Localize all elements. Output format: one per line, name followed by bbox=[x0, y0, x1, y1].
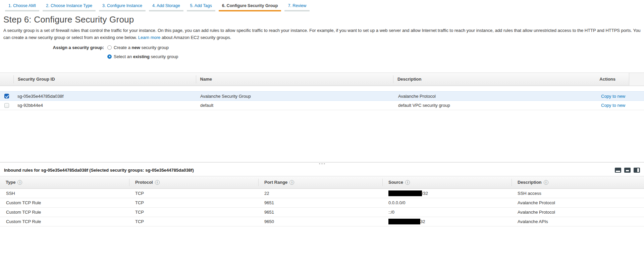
tab-choose-ami[interactable]: 1. Choose AMI bbox=[5, 3, 39, 11]
rule-description: SSH access bbox=[512, 191, 644, 196]
tab-add-storage[interactable]: 4. Add Storage bbox=[149, 3, 183, 11]
rule-port-range: 22 bbox=[258, 191, 382, 196]
tab-configure-security-group[interactable]: 6. Configure Security Group bbox=[219, 3, 281, 11]
rule-protocol: TCP bbox=[129, 219, 258, 224]
column-header-port-range[interactable]: Port Rangei bbox=[258, 179, 382, 186]
column-header-source[interactable]: Sourcei bbox=[382, 179, 512, 186]
inbound-rule-row-custom-tcp-3: Custom TCP Rule TCP 9650 32 Avalanche AP… bbox=[0, 217, 644, 226]
rule-type: Custom TCP Rule bbox=[0, 219, 129, 224]
inbound-rule-row-ssh: SSH TCP 22 /32 SSH access bbox=[0, 189, 644, 198]
rule-description: Avalanche Protocol bbox=[512, 200, 644, 205]
rule-type: Custom TCP Rule bbox=[0, 210, 129, 215]
page-title: Step 6: Configure Security Group bbox=[3, 14, 641, 25]
layout-bottom-pane-icon[interactable] bbox=[615, 168, 621, 173]
info-icon[interactable]: i bbox=[544, 180, 548, 185]
info-icon[interactable]: i bbox=[289, 180, 294, 185]
inbound-rules-table-header: Typei Protocoli Port Rangei Sourcei Desc… bbox=[0, 176, 644, 189]
learn-more-link[interactable]: Learn more bbox=[138, 35, 160, 40]
sg-description: default VPC security group bbox=[394, 103, 597, 108]
rule-source: ::/0 bbox=[382, 210, 512, 215]
inbound-rule-row-custom-tcp-1: Custom TCP Rule TCP 9651 0.0.0.0/0 Avala… bbox=[0, 198, 644, 208]
wizard-tab-bar: 1. Choose AMI 2. Choose Instance Type 3.… bbox=[0, 0, 644, 11]
assign-security-group-section: Assign a security group: Create a new se… bbox=[49, 44, 641, 62]
redacted-ip bbox=[388, 219, 420, 224]
rule-source: /32 bbox=[382, 190, 512, 196]
assign-security-group-label: Assign a security group: bbox=[49, 44, 104, 62]
splitter-handle-icon[interactable] bbox=[319, 163, 325, 164]
scrollbar-corner bbox=[629, 73, 644, 86]
column-header-description[interactable]: Descriptioni bbox=[512, 179, 644, 186]
rule-port-range: 9651 bbox=[258, 200, 382, 205]
pane-splitter[interactable] bbox=[0, 162, 644, 167]
rule-source: 32 bbox=[382, 219, 512, 224]
sg-name: Avalanche Security Group bbox=[196, 94, 394, 99]
radio-select-existing-security-group[interactable]: Select an existing security group bbox=[107, 53, 178, 59]
rule-port-range: 9650 bbox=[258, 219, 382, 224]
sg-id: sg-05e35e44785da038f bbox=[13, 94, 196, 99]
rule-description: Avalanche Protocol bbox=[512, 210, 644, 215]
copy-to-new-link[interactable]: Copy to new bbox=[601, 103, 625, 108]
column-header-actions: Actions bbox=[595, 75, 629, 83]
rule-source: 0.0.0.0/0 bbox=[382, 200, 512, 205]
radio-create-new-security-group[interactable]: Create a new security group bbox=[107, 44, 178, 50]
column-header-type[interactable]: Typei bbox=[0, 179, 129, 186]
column-header-security-group-id[interactable]: Security Group ID bbox=[13, 75, 196, 83]
column-header-name[interactable]: Name bbox=[196, 75, 393, 83]
radio-icon-checked[interactable] bbox=[107, 54, 112, 59]
rule-type: Custom TCP Rule bbox=[0, 200, 129, 205]
tab-add-tags[interactable]: 5. Add Tags bbox=[187, 3, 215, 11]
rule-protocol: TCP bbox=[129, 200, 258, 205]
sg-description: Avalanche Protocol bbox=[394, 94, 597, 99]
rule-protocol: TCP bbox=[129, 191, 258, 196]
column-header-protocol[interactable]: Protocoli bbox=[129, 179, 258, 186]
info-icon[interactable]: i bbox=[155, 180, 160, 185]
rule-type: SSH bbox=[0, 191, 129, 196]
rule-protocol: TCP bbox=[129, 210, 258, 215]
pane-layout-toggles bbox=[615, 168, 640, 173]
layout-split-pane-icon[interactable] bbox=[624, 168, 631, 173]
info-icon[interactable]: i bbox=[17, 180, 22, 185]
sg-id: sg-92bb44e4 bbox=[13, 103, 196, 108]
column-header-description[interactable]: Description bbox=[393, 75, 595, 83]
security-groups-table: Security Group ID Name Description Actio… bbox=[0, 73, 644, 162]
radio-icon[interactable] bbox=[107, 45, 112, 50]
table-row-sg-default[interactable]: sg-92bb44e4 default default VPC security… bbox=[0, 101, 644, 110]
table-row-sg-avalanche[interactable]: sg-05e35e44785da038f Avalanche Security … bbox=[0, 91, 644, 101]
redacted-ip bbox=[388, 190, 422, 196]
rule-description: Avalanche APIs bbox=[512, 219, 644, 224]
page-description: A security group is a set of firewall ru… bbox=[3, 27, 641, 41]
tab-review[interactable]: 7. Review bbox=[284, 3, 310, 11]
tab-choose-instance-type[interactable]: 2. Choose Instance Type bbox=[43, 3, 96, 11]
rule-port-range: 9651 bbox=[258, 210, 382, 215]
checkbox-unchecked-icon[interactable] bbox=[4, 103, 9, 108]
security-groups-table-header: Security Group ID Name Description Actio… bbox=[0, 73, 644, 86]
inbound-rules-table: Typei Protocoli Port Rangei Sourcei Desc… bbox=[0, 176, 644, 226]
checkbox-checked-icon[interactable] bbox=[4, 94, 9, 98]
copy-to-new-link[interactable]: Copy to new bbox=[601, 94, 625, 99]
layout-right-pane-icon[interactable] bbox=[634, 168, 640, 173]
inbound-rule-row-custom-tcp-2: Custom TCP Rule TCP 9651 ::/0 Avalanche … bbox=[0, 208, 644, 217]
info-icon[interactable]: i bbox=[405, 180, 410, 185]
sg-name: default bbox=[196, 103, 394, 108]
inbound-rules-title: Inbound rules for sg-05e35e44785da038f (… bbox=[4, 168, 194, 173]
tab-configure-instance[interactable]: 3. Configure Instance bbox=[99, 3, 146, 11]
